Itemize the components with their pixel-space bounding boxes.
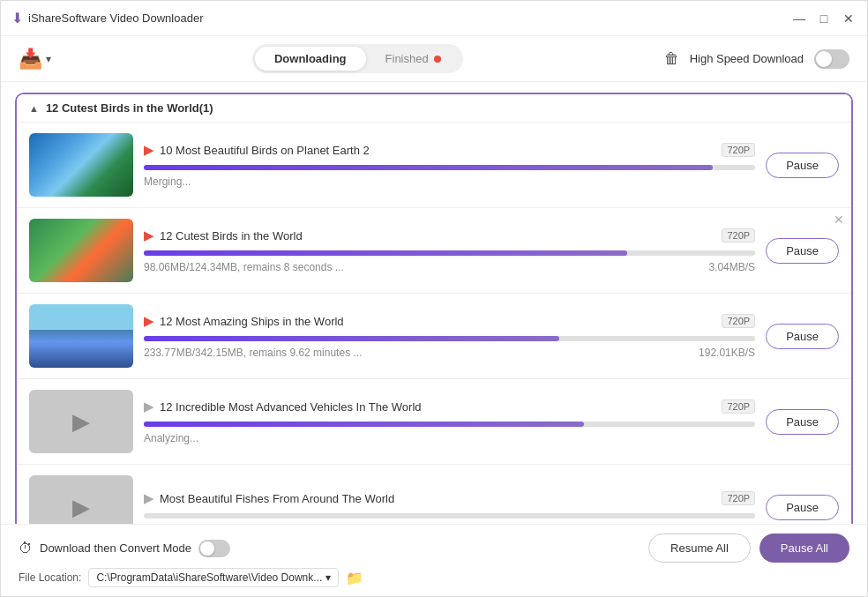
item-thumbnail	[29, 219, 133, 282]
group-header[interactable]: ▲ 12 Cutest Birds in the World(1)	[17, 94, 851, 122]
item-thumbnail: ▶	[29, 390, 133, 453]
pause-all-button[interactable]: Pause All	[760, 534, 849, 563]
title-bar-left: ⬇ iShareSoftware Video Downloader	[11, 10, 204, 26]
toggle-knob	[816, 51, 832, 67]
tab-switcher: Downloading Finished	[252, 44, 463, 73]
quality-badge: 720P	[722, 143, 755, 157]
chevron-down-icon: ▾	[46, 53, 51, 65]
tab-downloading-label: Downloading	[274, 52, 347, 65]
item-title: ▶ 12 Cutest Birds in the World	[144, 228, 303, 243]
quality-badge: 720P	[722, 314, 755, 328]
progress-bar-container	[144, 165, 755, 170]
close-button[interactable]: ✕	[841, 11, 857, 26]
group-title: 12 Cutest Birds in the World(1)	[46, 101, 213, 115]
download-item: ▶ 12 Most Amazing Ships in the World 720…	[17, 293, 851, 378]
item-title-text: 12 Cutest Birds in the World	[160, 229, 303, 243]
progress-bar-container	[144, 250, 755, 256]
finished-badge	[434, 56, 441, 63]
item-status: Merging...	[144, 175, 191, 188]
item-title-row: ▶ 10 Most Beautiful Birds on Planet Eart…	[144, 142, 755, 158]
item-title-row: ▶ 12 Incredible Most Advanced Vehicles I…	[144, 399, 755, 414]
item-title-text: Most Beautiful Fishes From Around The Wo…	[160, 492, 394, 505]
progress-bar-container	[144, 513, 755, 519]
download-item: ▶ ▶ 12 Incredible Most Advanced Vehicles…	[17, 378, 851, 464]
bottom-bar: ⏱ Download then Convert Mode Resume All …	[1, 524, 867, 596]
convert-mode: ⏱ Download then Convert Mode	[19, 540, 230, 557]
youtube-icon: ▶	[144, 142, 154, 158]
progress-bar-container	[144, 422, 755, 427]
convert-mode-label: Download then Convert Mode	[40, 541, 191, 555]
pause-button[interactable]: Pause	[766, 238, 839, 264]
pause-button[interactable]: Pause	[766, 495, 839, 520]
youtube-icon: ▶	[144, 313, 154, 329]
file-location-label: File Location:	[19, 571, 81, 584]
minimize-button[interactable]: —	[791, 11, 807, 26]
tab-finished-label: Finished	[385, 52, 429, 65]
item-action-area: Pause	[766, 324, 839, 349]
close-item-button[interactable]: ✕	[834, 213, 844, 226]
profile-icon: 📥	[19, 48, 42, 71]
maximize-button[interactable]: □	[816, 11, 832, 26]
item-title-text: 12 Incredible Most Advanced Vehicles In …	[160, 400, 422, 414]
file-path-text: C:\ProgramData\iShareSoftware\Video Down…	[96, 571, 322, 584]
placeholder-play-icon: ▶	[72, 408, 90, 436]
folder-button[interactable]: 📁	[346, 570, 363, 586]
pause-button[interactable]: Pause	[766, 409, 839, 435]
bottom-actions: Resume All Pause All	[648, 534, 849, 563]
convert-icon: ⏱	[19, 541, 33, 556]
item-thumbnail	[29, 133, 133, 197]
progress-bar-fill	[144, 250, 627, 256]
item-info: ▶ 10 Most Beautiful Birds on Planet Eart…	[144, 142, 755, 188]
item-title: ▶ 12 Incredible Most Advanced Vehicles I…	[144, 399, 422, 414]
resume-all-button[interactable]: Resume All	[648, 534, 751, 563]
profile-button[interactable]: 📥 ▾	[19, 48, 51, 71]
item-title: ▶ Most Beautiful Fishes From Around The …	[144, 490, 394, 506]
file-path-select[interactable]: C:\ProgramData\iShareSoftware\Video Down…	[88, 568, 339, 587]
toolbar-right: 🗑 High Speed Download	[664, 49, 849, 69]
progress-bar-fill	[144, 165, 713, 170]
item-status-row: Analyzing...	[144, 432, 755, 444]
youtube-icon-gray: ▶	[144, 490, 154, 506]
youtube-icon-gray: ▶	[144, 399, 154, 414]
bottom-row2: File Location: C:\ProgramData\iShareSoft…	[19, 568, 849, 587]
item-status: 98.06MB/124.34MB, remains 8 seconds ...	[144, 261, 344, 273]
download-item: ▶ 10 Most Beautiful Birds on Planet Eart…	[17, 122, 851, 207]
item-info: ▶ 12 Cutest Birds in the World 720P 98.0…	[144, 228, 755, 273]
item-action-area: Pause	[766, 238, 839, 264]
high-speed-label: High Speed Download	[690, 52, 804, 65]
download-item: ▶ 12 Cutest Birds in the World 720P 98.0…	[17, 207, 851, 293]
tab-finished[interactable]: Finished	[366, 47, 460, 71]
file-location: File Location: C:\ProgramData\iShareSoft…	[19, 568, 363, 587]
placeholder-play-icon: ▶	[72, 494, 90, 521]
high-speed-toggle[interactable]	[814, 49, 849, 69]
item-info: ▶ 12 Most Amazing Ships in the World 720…	[144, 313, 755, 359]
progress-bar-fill	[144, 336, 559, 341]
item-title-row: ▶ 12 Most Amazing Ships in the World 720…	[144, 313, 755, 329]
pause-button[interactable]: Pause	[766, 324, 839, 349]
quality-badge: 720P	[722, 399, 755, 414]
item-status-row: 233.77MB/342.15MB, remains 9.62 minutes …	[144, 347, 755, 359]
tab-downloading[interactable]: Downloading	[255, 47, 366, 71]
quality-badge: 720P	[722, 228, 755, 243]
item-status: 233.77MB/342.15MB, remains 9.62 minutes …	[144, 347, 362, 359]
item-action-area: Pause	[766, 495, 839, 520]
delete-button[interactable]: 🗑	[664, 50, 679, 68]
item-info: ▶ Most Beautiful Fishes From Around The …	[144, 490, 755, 524]
convert-mode-toggle[interactable]	[198, 540, 230, 557]
app-icon: ⬇	[11, 10, 23, 26]
item-status: Analyzing...	[144, 432, 198, 444]
item-title-text: 10 Most Beautiful Birds on Planet Earth …	[160, 144, 370, 157]
item-title-row: ▶ 12 Cutest Birds in the World 720P	[144, 228, 755, 243]
item-title: ▶ 12 Most Amazing Ships in the World	[144, 313, 344, 329]
title-bar: ⬇ iShareSoftware Video Downloader — □ ✕	[1, 1, 867, 36]
group-toggle-icon: ▲	[29, 103, 39, 114]
toolbar: 📥 ▾ Downloading Finished 🗑 High Speed Do…	[1, 36, 867, 82]
youtube-icon: ▶	[144, 228, 154, 243]
file-path-chevron: ▾	[326, 571, 331, 584]
item-status-row: 98.06MB/124.34MB, remains 8 seconds ... …	[144, 261, 755, 273]
item-info: ▶ 12 Incredible Most Advanced Vehicles I…	[144, 399, 755, 444]
item-title-row: ▶ Most Beautiful Fishes From Around The …	[144, 490, 755, 506]
pause-button[interactable]: Pause	[766, 153, 839, 178]
download-item: ▶ ▶ Most Beautiful Fishes From Around Th…	[17, 464, 851, 524]
item-speed: 3.04MB/S	[708, 261, 755, 273]
